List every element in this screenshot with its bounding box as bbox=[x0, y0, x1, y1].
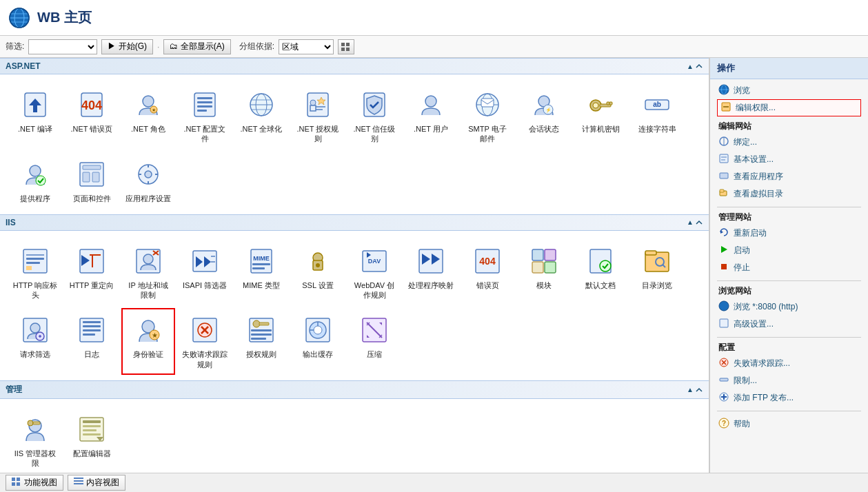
right-subheader-编辑网站: 编辑网站 bbox=[717, 121, 861, 132]
icon-item-net-compile[interactable]: .NET 编译 bbox=[8, 83, 62, 150]
icon-item-authz-rules[interactable]: 授权规则 bbox=[234, 308, 288, 375]
icon-item-config-editor[interactable]: 配置编辑器 bbox=[65, 407, 119, 473]
icon-label-net-config: .NET 配置文件 bbox=[182, 124, 228, 144]
icon-item-net-global[interactable]: .NET 全球化 bbox=[234, 83, 288, 150]
svg-rect-81 bbox=[252, 267, 265, 269]
icon-item-auth-iis[interactable]: ★身份验证 bbox=[121, 308, 175, 375]
icon-item-http-redirect[interactable]: HTTP 重定向 bbox=[65, 239, 119, 306]
req-filter-icon bbox=[19, 314, 52, 347]
icon-item-ip-restrict[interactable]: IP 地址和域限制 bbox=[121, 239, 175, 306]
icon-item-req-filter[interactable]: 请求筛选 bbox=[8, 308, 62, 375]
right-panel-item-browse[interactable]: 浏览 bbox=[717, 82, 861, 99]
icon-item-net-config[interactable]: .NET 配置文件 bbox=[178, 83, 232, 150]
logging-icon bbox=[75, 314, 108, 347]
start-button[interactable]: ▶ 开始(G) bbox=[101, 39, 153, 54]
icon-item-logging[interactable]: 日志 bbox=[65, 308, 119, 375]
svg-rect-20 bbox=[197, 105, 212, 107]
icon-item-modules[interactable]: 模块 bbox=[517, 239, 571, 306]
right-panel-item-bind[interactable]: 绑定... bbox=[717, 134, 861, 151]
svg-rect-112 bbox=[83, 334, 95, 336]
icon-label-net-global: .NET 全球化 bbox=[241, 124, 283, 134]
right-subheader-管理网站: 管理网站 bbox=[717, 212, 861, 223]
icon-label-provider: 提供程序 bbox=[20, 194, 50, 203]
right-item-label-view-apps: 查看应用程序 bbox=[734, 171, 783, 183]
icon-item-http-response[interactable]: HTTP 响应标头 bbox=[8, 239, 62, 306]
icon-item-error-pages[interactable]: 404错误页 bbox=[461, 239, 514, 306]
right-panel-item-stop[interactable]: 停止 bbox=[717, 259, 861, 276]
group-select[interactable]: 区域 bbox=[279, 39, 334, 54]
icon-item-app-settings[interactable]: 应用程序设置 bbox=[121, 152, 175, 209]
icon-item-conn-string[interactable]: ab连接字符串 bbox=[630, 83, 684, 150]
right-panel-item-browse-8080[interactable]: 浏览 *:8080 (http) bbox=[717, 298, 861, 316]
bottom-tab-content-view[interactable]: 内容视图 bbox=[68, 475, 125, 491]
icon-item-ssl-settings[interactable]: SSL 设置 bbox=[291, 239, 345, 306]
icon-item-net-trust[interactable]: .NET 信任级别 bbox=[347, 83, 401, 150]
svg-point-128 bbox=[314, 326, 322, 334]
http-redirect-icon bbox=[75, 245, 108, 278]
right-panel-item-view-vdirs[interactable]: 查看虚拟目录 bbox=[717, 185, 861, 203]
icon-item-net-error[interactable]: 404.NET 错误页 bbox=[65, 83, 119, 150]
icon-label-req-filter: 请求筛选 bbox=[20, 349, 50, 359]
right-panel-item-edit-perms[interactable]: 编辑权限... bbox=[717, 99, 861, 116]
right-panel-header: 操作 bbox=[710, 58, 868, 79]
svg-marker-64 bbox=[26, 266, 32, 270]
ssl-settings-icon bbox=[301, 245, 334, 278]
filter-select[interactable] bbox=[28, 39, 97, 54]
right-item-label-start: 启动 bbox=[734, 245, 750, 256]
show-all-button[interactable]: 🗂 全部显示(A) bbox=[163, 39, 230, 54]
icon-item-iis-mgr[interactable]: IIS 管理器权限 bbox=[8, 407, 62, 473]
group-label: 分组依据: bbox=[239, 41, 274, 52]
right-panel-item-limits[interactable]: 限制... bbox=[717, 372, 861, 389]
section-title-iis: IIS bbox=[6, 218, 16, 227]
svg-rect-161 bbox=[721, 264, 727, 269]
icon-item-provider[interactable]: 提供程序 bbox=[8, 152, 62, 209]
section-collapse-manage[interactable]: ▲ bbox=[687, 386, 703, 394]
view-button[interactable] bbox=[338, 39, 354, 54]
icon-item-compress[interactable]: 压缩 bbox=[347, 308, 401, 375]
icon-item-dir-browse[interactable]: 目录浏览 bbox=[630, 239, 684, 306]
icon-label-error-pages: 错误页 bbox=[476, 280, 499, 290]
icon-item-mime-types[interactable]: MIME MIME 类型 bbox=[234, 239, 288, 306]
icon-item-webdav[interactable]: DAV WebDAV 创作规则 bbox=[347, 239, 401, 306]
net-compile-icon bbox=[19, 88, 52, 121]
icon-item-net-role[interactable]: ★.NET 角色 bbox=[121, 83, 175, 150]
net-user-icon bbox=[414, 88, 447, 121]
icon-item-default-doc[interactable]: 默认文档 bbox=[574, 239, 627, 306]
icon-item-session[interactable]: ⚡会话状态 bbox=[517, 83, 571, 150]
icon-item-smtp[interactable]: SMTP 电子邮件 bbox=[461, 83, 514, 150]
icon-label-machine-key: 计算机密钥 bbox=[582, 124, 620, 134]
svg-rect-8 bbox=[341, 48, 345, 51]
svg-rect-51 bbox=[83, 165, 101, 170]
icon-item-machine-key[interactable]: 计算机密钥 bbox=[574, 83, 627, 150]
icon-item-page-ctrl[interactable]: 页面和控件 bbox=[65, 152, 119, 209]
bottom-tab-feature-view[interactable]: 功能视图 bbox=[6, 475, 63, 491]
right-panel-item-view-apps[interactable]: 查看应用程序 bbox=[717, 168, 861, 185]
icon-item-net-auth[interactable]: .NET 授权规则 bbox=[291, 83, 345, 150]
icon-item-failed-req[interactable]: 失败请求跟踪规则 bbox=[178, 308, 232, 375]
right-panel-item-add-ftp[interactable]: 添加 FTP 发布... bbox=[717, 389, 861, 407]
right-panel-item-help[interactable]: ?帮助 bbox=[717, 416, 861, 433]
right-panel-divider-1 bbox=[717, 207, 861, 207]
icon-label-isapi-filter: ISAPI 筛选器 bbox=[183, 280, 227, 290]
right-panel-item-advanced-settings[interactable]: 高级设置... bbox=[717, 316, 861, 333]
section-collapse-aspnet[interactable]: ▲ bbox=[687, 62, 703, 70]
right-panel-item-failed-tracking[interactable]: 失败请求跟踪... bbox=[717, 355, 861, 372]
svg-rect-19 bbox=[197, 101, 212, 103]
svg-rect-124 bbox=[251, 334, 272, 336]
svg-text:404: 404 bbox=[81, 99, 102, 112]
restart-icon bbox=[718, 227, 729, 240]
right-panel-item-start[interactable]: 启动 bbox=[717, 242, 861, 259]
right-panel-item-restart[interactable]: 重新启动 bbox=[717, 225, 861, 242]
mime-types-icon: MIME bbox=[245, 245, 278, 278]
icon-item-handler-map[interactable]: 处理程序映射 bbox=[404, 239, 458, 306]
icon-item-isapi-filter[interactable]: ISAPI 筛选器 bbox=[178, 239, 232, 306]
icon-item-net-user[interactable]: .NET 用户 bbox=[404, 83, 458, 150]
svg-rect-177 bbox=[74, 478, 83, 479]
main-area: ASP.NET▲ .NET 编译 404.NET 错误页 ★.NET 角色 .N… bbox=[0, 58, 868, 473]
section-collapse-iis[interactable]: ▲ bbox=[687, 218, 703, 227]
right-panel-item-basic-settings[interactable]: 基本设置... bbox=[717, 151, 861, 168]
compress-icon bbox=[358, 314, 391, 347]
icon-item-output-cache[interactable]: 输出缓存 bbox=[291, 308, 345, 375]
right-panel: 操作 浏览编辑权限...编辑网站绑定...基本设置...查看应用程序查看虚拟目录… bbox=[709, 58, 868, 473]
svg-rect-21 bbox=[197, 110, 207, 112]
